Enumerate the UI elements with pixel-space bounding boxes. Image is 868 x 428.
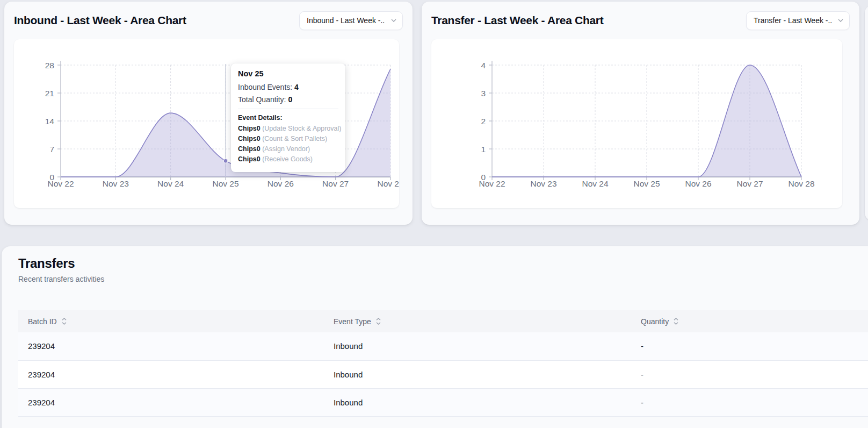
sort-arrows-icon[interactable] [674,318,678,325]
column-header-batch-id[interactable]: Batch ID [18,310,324,332]
tooltip-detail-row: Chips0 (Receive Goods) [238,155,338,163]
svg-text:Nov 26: Nov 26 [685,179,711,188]
cell-event-type: Inbound [324,388,631,416]
inbound-range-select-label: Inbound - Last Week -.. [307,16,385,25]
svg-text:Nov 24: Nov 24 [157,179,184,188]
tooltip-detail-row: Chips0 (Update Stock & Approval) [238,125,338,132]
transfer-chart-header: Transfer - Last Week - Area Chart Transf… [431,10,850,31]
sort-arrows-icon[interactable] [62,318,67,325]
transfers-subtitle: Recent transfers activities [18,275,868,283]
tooltip-divider [238,109,338,109]
svg-text:3: 3 [481,89,486,98]
transfers-title: Transfers [18,256,868,271]
cell-quantity: - [631,388,868,416]
tooltip-detail-row: Chips0 (Count & Sort Pallets) [238,135,338,142]
svg-text:14: 14 [45,117,55,126]
inbound-range-select[interactable]: Inbound - Last Week -.. [299,11,403,30]
table-row[interactable]: 239204 Inbound - [18,360,868,388]
charts-row: Inbound - Last Week - Area Chart Inbound… [4,2,868,225]
cell-quantity: - [631,360,868,388]
svg-text:Nov 25: Nov 25 [212,179,238,188]
inbound-chart-card: Inbound - Last Week - Area Chart Inbound… [4,2,413,225]
tooltip-details-title: Event Details: [238,114,338,122]
inbound-chart-header: Inbound - Last Week - Area Chart Inbound… [14,10,403,31]
tooltip-detail-row: Chips0 (Assign Vendor) [238,145,338,153]
cell-event-type: Inbound [324,360,631,388]
sort-arrows-icon[interactable] [376,318,381,325]
svg-text:21: 21 [45,89,54,98]
svg-text:7: 7 [49,145,54,154]
svg-text:2: 2 [481,117,486,126]
inbound-chart-tooltip: Nov 25 Inbound Events: 4 Total Quantity:… [231,63,345,172]
transfer-area-chart: 01234Nov 22Nov 23Nov 24Nov 25Nov 26Nov 2… [431,39,842,208]
transfers-card: Transfers Recent transfers activities Ba… [2,246,868,428]
tooltip-quantity-row: Total Quantity: 0 [238,95,338,104]
svg-text:Nov 28: Nov 28 [788,179,814,188]
svg-text:1: 1 [481,145,486,154]
svg-text:Nov 22: Nov 22 [479,179,505,188]
transfers-table: Batch ID Event Type Quantity [18,310,868,417]
dashboard-page: Inbound - Last Week - Area Chart Inbound… [0,0,868,428]
table-row[interactable]: 239204 Inbound - [18,332,868,360]
svg-text:28: 28 [45,61,54,70]
inbound-chart-panel[interactable]: 07142128Nov 22Nov 23Nov 24Nov 25Nov 26No… [14,39,399,208]
tooltip-events-row: Inbound Events: 4 [238,83,338,91]
transfer-chart-card: Transfer - Last Week - Area Chart Transf… [422,2,859,225]
cell-batch-id: 239204 [18,360,324,388]
chevron-down-icon [838,19,843,22]
transfer-range-select[interactable]: Transfer - Last Week -.. [746,11,850,30]
cell-quantity: - [631,332,868,360]
svg-text:Nov 23: Nov 23 [530,179,556,188]
table-header-row: Batch ID Event Type Quantity [18,310,868,332]
inbound-chart-title: Inbound - Last Week - Area Chart [14,14,186,27]
cell-batch-id: 239204 [18,332,324,360]
chevron-down-icon [391,19,396,22]
cell-batch-id: 239204 [18,388,324,416]
svg-text:Nov 28: Nov 28 [377,179,399,188]
transfer-range-select-label: Transfer - Last Week -.. [754,16,832,25]
transfer-chart-panel[interactable]: 01234Nov 22Nov 23Nov 24Nov 25Nov 26Nov 2… [431,39,842,208]
tooltip-date: Nov 25 [238,69,338,78]
column-header-event-type[interactable]: Event Type [324,310,631,332]
svg-text:Nov 26: Nov 26 [267,179,294,188]
column-header-quantity[interactable]: Quantity [631,310,868,332]
transfer-chart-title: Transfer - Last Week - Area Chart [431,14,603,27]
offscreen-card-edge [865,5,868,220]
svg-text:Nov 27: Nov 27 [736,179,763,188]
svg-text:Nov 22: Nov 22 [47,179,74,188]
cell-event-type: Inbound [324,332,631,360]
svg-text:Nov 25: Nov 25 [633,179,660,188]
svg-text:Nov 23: Nov 23 [103,179,129,188]
svg-text:Nov 27: Nov 27 [322,179,349,188]
svg-text:Nov 24: Nov 24 [582,179,608,188]
svg-text:4: 4 [481,61,486,70]
table-row[interactable]: 239204 Inbound - [18,388,868,416]
